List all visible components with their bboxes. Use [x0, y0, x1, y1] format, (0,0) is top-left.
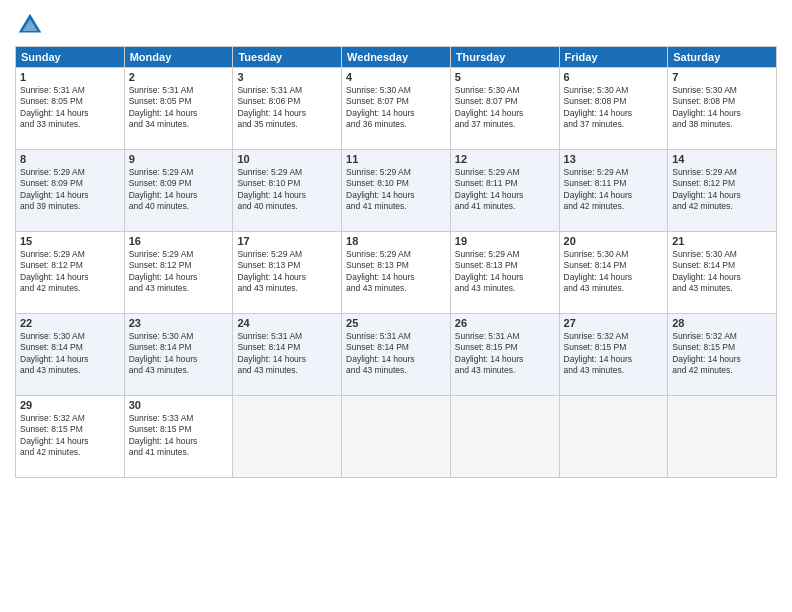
calendar-cell: 7Sunrise: 5:30 AMSunset: 8:08 PMDaylight… — [668, 68, 777, 150]
day-number: 9 — [129, 153, 229, 165]
calendar-cell: 11Sunrise: 5:29 AMSunset: 8:10 PMDayligh… — [342, 150, 451, 232]
header — [15, 10, 777, 40]
day-number: 19 — [455, 235, 555, 247]
day-number: 14 — [672, 153, 772, 165]
calendar-header-row: SundayMondayTuesdayWednesdayThursdayFrid… — [16, 47, 777, 68]
cell-details: Sunrise: 5:29 AMSunset: 8:10 PMDaylight:… — [237, 167, 337, 213]
cell-details: Sunrise: 5:29 AMSunset: 8:11 PMDaylight:… — [455, 167, 555, 213]
calendar-cell: 27Sunrise: 5:32 AMSunset: 8:15 PMDayligh… — [559, 314, 668, 396]
calendar-cell: 1Sunrise: 5:31 AMSunset: 8:05 PMDaylight… — [16, 68, 125, 150]
cell-details: Sunrise: 5:31 AMSunset: 8:05 PMDaylight:… — [20, 85, 120, 131]
calendar-header-monday: Monday — [124, 47, 233, 68]
calendar-cell: 23Sunrise: 5:30 AMSunset: 8:14 PMDayligh… — [124, 314, 233, 396]
day-number: 12 — [455, 153, 555, 165]
cell-details: Sunrise: 5:29 AMSunset: 8:13 PMDaylight:… — [455, 249, 555, 295]
calendar-cell: 22Sunrise: 5:30 AMSunset: 8:14 PMDayligh… — [16, 314, 125, 396]
day-number: 3 — [237, 71, 337, 83]
cell-details: Sunrise: 5:31 AMSunset: 8:06 PMDaylight:… — [237, 85, 337, 131]
calendar-header-wednesday: Wednesday — [342, 47, 451, 68]
day-number: 29 — [20, 399, 120, 411]
day-number: 5 — [455, 71, 555, 83]
calendar-cell: 15Sunrise: 5:29 AMSunset: 8:12 PMDayligh… — [16, 232, 125, 314]
calendar-cell: 29Sunrise: 5:32 AMSunset: 8:15 PMDayligh… — [16, 396, 125, 478]
cell-details: Sunrise: 5:31 AMSunset: 8:05 PMDaylight:… — [129, 85, 229, 131]
calendar-header-friday: Friday — [559, 47, 668, 68]
calendar-cell: 25Sunrise: 5:31 AMSunset: 8:14 PMDayligh… — [342, 314, 451, 396]
calendar-header-saturday: Saturday — [668, 47, 777, 68]
calendar-cell-empty — [668, 396, 777, 478]
calendar-week-row: 22Sunrise: 5:30 AMSunset: 8:14 PMDayligh… — [16, 314, 777, 396]
cell-details: Sunrise: 5:30 AMSunset: 8:08 PMDaylight:… — [672, 85, 772, 131]
day-number: 25 — [346, 317, 446, 329]
cell-details: Sunrise: 5:30 AMSunset: 8:14 PMDaylight:… — [672, 249, 772, 295]
day-number: 18 — [346, 235, 446, 247]
day-number: 23 — [129, 317, 229, 329]
cell-details: Sunrise: 5:29 AMSunset: 8:11 PMDaylight:… — [564, 167, 664, 213]
cell-details: Sunrise: 5:29 AMSunset: 8:12 PMDaylight:… — [672, 167, 772, 213]
calendar-cell: 19Sunrise: 5:29 AMSunset: 8:13 PMDayligh… — [450, 232, 559, 314]
cell-details: Sunrise: 5:29 AMSunset: 8:12 PMDaylight:… — [129, 249, 229, 295]
logo-icon — [15, 10, 45, 40]
cell-details: Sunrise: 5:29 AMSunset: 8:09 PMDaylight:… — [20, 167, 120, 213]
calendar-cell: 12Sunrise: 5:29 AMSunset: 8:11 PMDayligh… — [450, 150, 559, 232]
day-number: 17 — [237, 235, 337, 247]
cell-details: Sunrise: 5:31 AMSunset: 8:14 PMDaylight:… — [237, 331, 337, 377]
calendar-cell: 13Sunrise: 5:29 AMSunset: 8:11 PMDayligh… — [559, 150, 668, 232]
calendar-cell: 5Sunrise: 5:30 AMSunset: 8:07 PMDaylight… — [450, 68, 559, 150]
calendar-cell-empty — [450, 396, 559, 478]
day-number: 20 — [564, 235, 664, 247]
cell-details: Sunrise: 5:32 AMSunset: 8:15 PMDaylight:… — [672, 331, 772, 377]
calendar-week-row: 1Sunrise: 5:31 AMSunset: 8:05 PMDaylight… — [16, 68, 777, 150]
calendar-cell: 17Sunrise: 5:29 AMSunset: 8:13 PMDayligh… — [233, 232, 342, 314]
calendar-cell: 8Sunrise: 5:29 AMSunset: 8:09 PMDaylight… — [16, 150, 125, 232]
cell-details: Sunrise: 5:29 AMSunset: 8:12 PMDaylight:… — [20, 249, 120, 295]
calendar-table: SundayMondayTuesdayWednesdayThursdayFrid… — [15, 46, 777, 478]
cell-details: Sunrise: 5:29 AMSunset: 8:13 PMDaylight:… — [346, 249, 446, 295]
calendar-cell: 24Sunrise: 5:31 AMSunset: 8:14 PMDayligh… — [233, 314, 342, 396]
cell-details: Sunrise: 5:29 AMSunset: 8:09 PMDaylight:… — [129, 167, 229, 213]
cell-details: Sunrise: 5:30 AMSunset: 8:14 PMDaylight:… — [564, 249, 664, 295]
calendar-cell-empty — [233, 396, 342, 478]
calendar-cell: 26Sunrise: 5:31 AMSunset: 8:15 PMDayligh… — [450, 314, 559, 396]
cell-details: Sunrise: 5:32 AMSunset: 8:15 PMDaylight:… — [20, 413, 120, 459]
calendar-week-row: 15Sunrise: 5:29 AMSunset: 8:12 PMDayligh… — [16, 232, 777, 314]
cell-details: Sunrise: 5:30 AMSunset: 8:07 PMDaylight:… — [455, 85, 555, 131]
calendar-page: SundayMondayTuesdayWednesdayThursdayFrid… — [0, 0, 792, 612]
day-number: 21 — [672, 235, 772, 247]
calendar-cell: 4Sunrise: 5:30 AMSunset: 8:07 PMDaylight… — [342, 68, 451, 150]
day-number: 10 — [237, 153, 337, 165]
day-number: 8 — [20, 153, 120, 165]
day-number: 4 — [346, 71, 446, 83]
day-number: 13 — [564, 153, 664, 165]
calendar-cell: 20Sunrise: 5:30 AMSunset: 8:14 PMDayligh… — [559, 232, 668, 314]
logo — [15, 10, 49, 40]
day-number: 6 — [564, 71, 664, 83]
day-number: 24 — [237, 317, 337, 329]
day-number: 16 — [129, 235, 229, 247]
day-number: 26 — [455, 317, 555, 329]
calendar-cell: 21Sunrise: 5:30 AMSunset: 8:14 PMDayligh… — [668, 232, 777, 314]
calendar-cell: 28Sunrise: 5:32 AMSunset: 8:15 PMDayligh… — [668, 314, 777, 396]
cell-details: Sunrise: 5:31 AMSunset: 8:15 PMDaylight:… — [455, 331, 555, 377]
calendar-week-row: 29Sunrise: 5:32 AMSunset: 8:15 PMDayligh… — [16, 396, 777, 478]
cell-details: Sunrise: 5:32 AMSunset: 8:15 PMDaylight:… — [564, 331, 664, 377]
cell-details: Sunrise: 5:30 AMSunset: 8:14 PMDaylight:… — [20, 331, 120, 377]
day-number: 11 — [346, 153, 446, 165]
calendar-cell: 30Sunrise: 5:33 AMSunset: 8:15 PMDayligh… — [124, 396, 233, 478]
cell-details: Sunrise: 5:31 AMSunset: 8:14 PMDaylight:… — [346, 331, 446, 377]
cell-details: Sunrise: 5:33 AMSunset: 8:15 PMDaylight:… — [129, 413, 229, 459]
day-number: 2 — [129, 71, 229, 83]
calendar-week-row: 8Sunrise: 5:29 AMSunset: 8:09 PMDaylight… — [16, 150, 777, 232]
calendar-cell: 18Sunrise: 5:29 AMSunset: 8:13 PMDayligh… — [342, 232, 451, 314]
cell-details: Sunrise: 5:29 AMSunset: 8:13 PMDaylight:… — [237, 249, 337, 295]
calendar-header-thursday: Thursday — [450, 47, 559, 68]
day-number: 27 — [564, 317, 664, 329]
day-number: 28 — [672, 317, 772, 329]
calendar-header-tuesday: Tuesday — [233, 47, 342, 68]
calendar-cell: 3Sunrise: 5:31 AMSunset: 8:06 PMDaylight… — [233, 68, 342, 150]
day-number: 7 — [672, 71, 772, 83]
day-number: 1 — [20, 71, 120, 83]
calendar-cell: 9Sunrise: 5:29 AMSunset: 8:09 PMDaylight… — [124, 150, 233, 232]
calendar-cell: 6Sunrise: 5:30 AMSunset: 8:08 PMDaylight… — [559, 68, 668, 150]
calendar-cell: 2Sunrise: 5:31 AMSunset: 8:05 PMDaylight… — [124, 68, 233, 150]
